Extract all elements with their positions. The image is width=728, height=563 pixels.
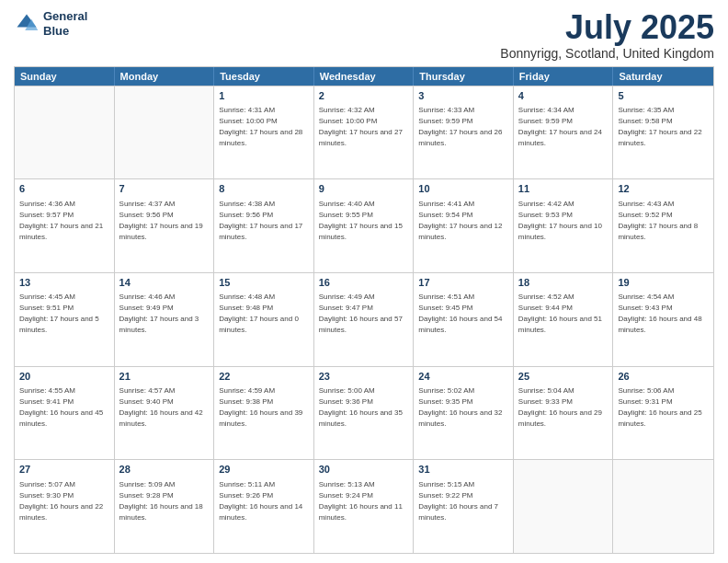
calendar-cell-4-2: 21 Sunrise: 4:57 AM Sunset: 9:40 PM Dayl…: [115, 367, 215, 460]
cell-daylight: Daylight: 16 hours and 54 minutes.: [418, 315, 502, 334]
calendar-cell-3-3: 15 Sunrise: 4:48 AM Sunset: 9:48 PM Dayl…: [214, 273, 314, 366]
cell-date: 30: [319, 463, 409, 477]
cell-date: 23: [319, 370, 409, 384]
cell-sunset: Sunset: 9:35 PM: [418, 397, 472, 406]
header: General Blue July 2025 Bonnyrigg, Scotla…: [14, 9, 714, 61]
cell-sunrise: Sunrise: 5:07 AM: [19, 480, 75, 488]
cell-sunset: Sunset: 9:59 PM: [418, 117, 472, 125]
cell-sunset: Sunset: 10:00 PM: [219, 117, 278, 125]
cell-daylight: Daylight: 16 hours and 45 minutes.: [19, 408, 103, 428]
header-monday: Monday: [115, 67, 215, 86]
cell-sunset: Sunset: 9:44 PM: [518, 304, 573, 312]
cell-sunset: Sunset: 9:30 PM: [19, 491, 74, 500]
cell-sunset: Sunset: 9:55 PM: [319, 211, 373, 219]
cell-date: 24: [418, 370, 508, 384]
calendar-body: 1 Sunrise: 4:31 AM Sunset: 10:00 PM Dayl…: [15, 86, 713, 553]
cell-sunset: Sunset: 9:28 PM: [119, 491, 174, 500]
cell-sunset: Sunset: 9:52 PM: [618, 211, 672, 219]
calendar-cell-4-5: 24 Sunrise: 5:02 AM Sunset: 9:35 PM Dayl…: [414, 367, 514, 460]
calendar-cell-4-1: 20 Sunrise: 4:55 AM Sunset: 9:41 PM Dayl…: [15, 367, 115, 460]
cell-sunset: Sunset: 9:48 PM: [219, 304, 273, 312]
cell-sunrise: Sunrise: 5:09 AM: [119, 480, 176, 488]
cell-sunset: Sunset: 9:56 PM: [219, 211, 273, 219]
cell-date: 5: [618, 89, 709, 103]
calendar-cell-4-7: 26 Sunrise: 5:06 AM Sunset: 9:31 PM Dayl…: [613, 367, 713, 460]
cell-date: 3: [418, 89, 508, 103]
cell-sunset: Sunset: 9:56 PM: [119, 211, 174, 219]
cell-date: 22: [219, 370, 309, 384]
cell-date: 11: [518, 182, 609, 196]
cell-daylight: Daylight: 16 hours and 11 minutes.: [319, 502, 403, 522]
cell-daylight: Daylight: 17 hours and 27 minutes.: [319, 128, 403, 147]
cell-date: 12: [618, 182, 709, 196]
cell-daylight: Daylight: 17 hours and 8 minutes.: [618, 222, 698, 241]
cell-date: 29: [219, 463, 309, 477]
cell-sunrise: Sunrise: 5:11 AM: [219, 480, 275, 488]
calendar-cell-3-6: 18 Sunrise: 4:52 AM Sunset: 9:44 PM Dayl…: [514, 273, 614, 366]
calendar-cell-1-1: [15, 86, 115, 179]
cell-daylight: Daylight: 17 hours and 26 minutes.: [418, 128, 502, 147]
title-block: July 2025 Bonnyrigg, Scotland, United Ki…: [500, 9, 714, 61]
calendar-cell-2-2: 7 Sunrise: 4:37 AM Sunset: 9:56 PM Dayli…: [115, 179, 215, 272]
cell-daylight: Daylight: 17 hours and 10 minutes.: [518, 222, 602, 241]
cell-sunrise: Sunrise: 4:32 AM: [319, 106, 375, 114]
calendar-cell-5-6: [514, 460, 614, 553]
calendar-cell-1-4: 2 Sunrise: 4:32 AM Sunset: 10:00 PM Dayl…: [314, 86, 415, 179]
cell-sunset: Sunset: 9:31 PM: [618, 397, 672, 406]
cell-daylight: Daylight: 16 hours and 39 minutes.: [219, 408, 302, 428]
calendar-cell-1-2: [115, 86, 215, 179]
cell-daylight: Daylight: 17 hours and 24 minutes.: [518, 128, 602, 147]
cell-sunset: Sunset: 9:58 PM: [618, 117, 672, 125]
cell-daylight: Daylight: 16 hours and 22 minutes.: [19, 502, 103, 522]
cell-sunset: Sunset: 9:59 PM: [518, 117, 573, 125]
cell-daylight: Daylight: 16 hours and 51 minutes.: [518, 315, 602, 334]
cell-sunset: Sunset: 9:40 PM: [119, 397, 174, 406]
cell-date: 17: [418, 276, 508, 290]
cell-daylight: Daylight: 17 hours and 0 minutes.: [219, 315, 299, 334]
cell-date: 26: [618, 370, 709, 384]
cell-sunrise: Sunrise: 4:42 AM: [518, 200, 574, 208]
cell-date: 1: [219, 89, 309, 103]
cell-daylight: Daylight: 16 hours and 7 minutes.: [418, 502, 498, 522]
cell-sunset: Sunset: 10:00 PM: [319, 117, 378, 125]
header-saturday: Saturday: [613, 67, 713, 86]
cell-daylight: Daylight: 16 hours and 29 minutes.: [518, 408, 602, 428]
cell-date: 2: [319, 89, 409, 103]
cell-sunset: Sunset: 9:26 PM: [219, 491, 273, 500]
cell-date: 19: [618, 276, 709, 290]
calendar-cell-5-1: 27 Sunrise: 5:07 AM Sunset: 9:30 PM Dayl…: [15, 460, 115, 553]
cell-sunset: Sunset: 9:43 PM: [618, 304, 672, 312]
calendar-row-3: 13 Sunrise: 4:45 AM Sunset: 9:51 PM Dayl…: [15, 272, 713, 366]
calendar-cell-3-2: 14 Sunrise: 4:46 AM Sunset: 9:49 PM Dayl…: [115, 273, 215, 366]
cell-date: 14: [119, 276, 210, 290]
cell-sunrise: Sunrise: 4:35 AM: [618, 106, 674, 114]
calendar-cell-2-1: 6 Sunrise: 4:36 AM Sunset: 9:57 PM Dayli…: [15, 179, 115, 272]
cell-sunrise: Sunrise: 4:48 AM: [219, 293, 275, 301]
calendar-row-1: 1 Sunrise: 4:31 AM Sunset: 10:00 PM Dayl…: [15, 86, 713, 179]
cell-sunrise: Sunrise: 4:38 AM: [219, 200, 275, 208]
header-thursday: Thursday: [414, 67, 514, 86]
title-month: July 2025: [500, 9, 714, 46]
cell-daylight: Daylight: 17 hours and 15 minutes.: [319, 222, 403, 241]
cell-daylight: Daylight: 16 hours and 18 minutes.: [119, 502, 203, 522]
cell-sunset: Sunset: 9:33 PM: [518, 397, 573, 406]
cell-date: 7: [119, 182, 210, 196]
cell-daylight: Daylight: 17 hours and 22 minutes.: [618, 128, 701, 147]
header-sunday: Sunday: [15, 67, 115, 86]
cell-sunset: Sunset: 9:22 PM: [418, 491, 472, 500]
cell-sunrise: Sunrise: 4:33 AM: [418, 106, 474, 114]
cell-sunset: Sunset: 9:47 PM: [319, 304, 373, 312]
cell-sunrise: Sunrise: 5:15 AM: [418, 480, 474, 488]
logo: General Blue: [14, 9, 87, 38]
calendar-cell-3-5: 17 Sunrise: 4:51 AM Sunset: 9:45 PM Dayl…: [414, 273, 514, 366]
calendar-cell-3-7: 19 Sunrise: 4:54 AM Sunset: 9:43 PM Dayl…: [613, 273, 713, 366]
cell-daylight: Daylight: 16 hours and 14 minutes.: [219, 502, 302, 522]
cell-sunrise: Sunrise: 5:13 AM: [319, 480, 375, 488]
cell-sunset: Sunset: 9:45 PM: [418, 304, 472, 312]
cell-date: 6: [19, 182, 109, 196]
logo-text: General Blue: [43, 9, 87, 38]
title-location: Bonnyrigg, Scotland, United Kingdom: [500, 46, 714, 61]
cell-date: 31: [418, 463, 508, 477]
cell-sunrise: Sunrise: 4:52 AM: [518, 293, 574, 301]
cell-date: 18: [518, 276, 609, 290]
